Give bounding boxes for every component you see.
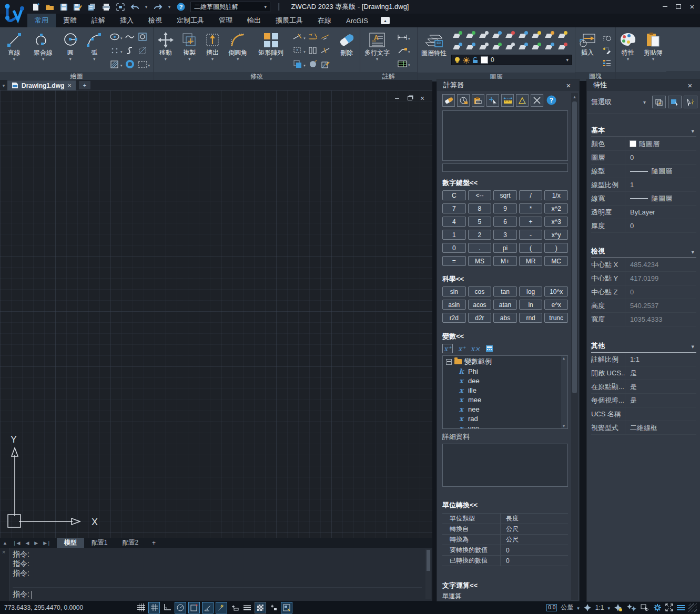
print-icon[interactable] [102,2,111,12]
chevron-down-icon[interactable] [627,56,629,62]
undo-dropdown-icon[interactable] [144,2,148,12]
calculator-return-icon[interactable] [484,344,494,353]
calc-sci-key[interactable]: 10^x [544,286,568,296]
clipboard-button[interactable]: 剪貼簿 [640,29,666,72]
calc-key[interactable]: C [442,190,466,200]
calc-key[interactable]: x^2 [544,203,568,213]
save-as-icon[interactable] [73,2,83,12]
mtext-button[interactable]: A 多行文字 [360,29,394,72]
close-button[interactable] [686,2,698,11]
chevron-down-icon[interactable] [652,56,654,62]
close-tab-icon[interactable] [67,81,72,89]
annotation-visibility-icon[interactable] [229,602,240,613]
unit-conversion-row[interactable]: 轉換為 公尺 [442,534,568,545]
fullscreen-icon[interactable] [665,603,673,611]
move-button[interactable]: 移動 [154,29,178,72]
divide-icon[interactable] [320,45,331,56]
command-prompt[interactable]: 指令: [13,587,422,599]
copy-button[interactable]: 複製 [178,29,202,72]
variable-row[interactable]: x vee [458,423,567,429]
chevron-down-icon[interactable] [148,60,150,68]
property-row[interactable]: 高度 540.2537 [591,299,696,313]
leader-icon[interactable] [397,45,408,56]
command-scrollbar[interactable] [425,549,431,599]
text-operations-heading[interactable]: 文字運算<< [442,581,568,590]
calc-key[interactable]: MC [544,256,568,266]
annotation-visibility-toggle-icon[interactable] [614,603,623,612]
dimension-icon[interactable] [397,32,408,43]
calc-sci-key[interactable]: acos [468,300,492,310]
object-snap-tracking-icon[interactable] [202,602,214,613]
units-label[interactable]: 公釐 [561,603,573,612]
property-row[interactable]: 中心點 Y 417.0199 [591,272,696,285]
calc-key[interactable]: 5 [468,217,492,227]
property-row[interactable]: 厚度 0 [591,219,696,233]
unit-conversion-row[interactable]: 轉換自 公尺 [442,524,568,534]
document-list-icon[interactable] [0,81,7,90]
section-header-basic[interactable]: 基本 [591,126,696,137]
scroll-up-icon[interactable] [571,93,578,100]
calc-sci-key[interactable]: rnd [519,313,543,323]
property-row[interactable]: 在原點顯... 是 [591,380,696,394]
chevron-down-icon[interactable] [93,56,95,62]
ribbon-tab[interactable]: 輸出 [240,14,268,27]
layer-dropdown[interactable]: 0 [451,55,572,65]
properties-palette-button[interactable]: 特性 [616,29,640,72]
calc-key[interactable]: M+ [493,256,517,266]
stretch-button[interactable]: 擠出 [201,29,224,72]
layer-vpdefault-icon[interactable] [516,42,529,53]
calc-key[interactable]: . [468,243,492,253]
calc-sci-key[interactable]: r2d [442,313,466,323]
calc-key[interactable]: * [519,203,543,213]
ribbon-tab[interactable]: 檢視 [141,14,169,27]
polyline-button[interactable]: 聚合線 [28,29,58,72]
trim-icon[interactable] [292,32,303,42]
polar-tracking-icon[interactable] [175,602,186,613]
scrollbar-thumb[interactable] [572,101,577,393]
chevron-down-icon[interactable] [237,56,239,62]
measure-angle-icon[interactable] [516,94,529,107]
save-icon[interactable] [59,2,68,12]
erase-part-icon[interactable] [320,32,331,42]
calc-key[interactable]: pi [493,243,517,253]
preview-icon[interactable] [116,2,125,12]
variable-row[interactable]: k Phi [458,366,567,376]
maximize-button[interactable] [673,2,684,11]
property-row[interactable]: 線寬 隨圖層 [591,192,696,206]
calc-key[interactable]: MR [519,256,543,266]
layer-isolate-icon[interactable] [555,30,569,42]
variables-folder-row[interactable]: 變數範例 [446,357,567,366]
layer-change-icon[interactable] [463,42,476,53]
ribbon-tab[interactable]: 管理 [211,14,240,27]
delete-variable-icon[interactable]: x× [471,344,480,353]
mirror-icon[interactable] [308,45,318,56]
layer-delete-icon[interactable] [555,42,569,53]
drawing-canvas[interactable]: Y X [0,90,432,538]
layout-menu-icon[interactable]: ▲ [0,540,10,546]
unit-conversion-row[interactable]: 要轉換的數值 0 [442,545,568,555]
circle-button[interactable]: 圓 [58,29,83,72]
chevron-down-icon[interactable] [408,60,410,68]
wipeout-icon[interactable] [137,45,148,56]
settings-gear-icon[interactable] [653,603,662,612]
layout-tab[interactable]: 配置1 [84,538,115,548]
chevron-down-icon[interactable] [408,34,410,42]
transparency-icon[interactable] [255,602,266,613]
document-tab[interactable]: Drawing1.dwg [7,80,76,90]
edit-variable-icon[interactable]: x⁺ [457,344,466,353]
calc-key[interactable]: x^y [544,230,568,240]
redo-icon[interactable] [153,2,163,12]
ribbon-tab[interactable]: 常用 [27,14,56,27]
calc-key[interactable]: <-- [468,190,492,200]
calc-key[interactable]: sqrt [493,190,517,200]
variables-heading[interactable]: 變數<< [442,332,568,341]
minimize-button[interactable] [659,2,671,11]
status-menu-icon[interactable] [677,605,685,611]
edit-block-icon[interactable] [602,45,612,56]
arc-button[interactable]: 弧 [82,29,106,72]
calculator-scrollbar[interactable] [571,93,578,600]
offset-icon[interactable] [292,45,303,56]
property-row[interactable]: 中心點 X 485.4234 [591,258,696,272]
calc-key[interactable]: 1 [442,230,466,240]
region-icon[interactable] [137,32,148,42]
